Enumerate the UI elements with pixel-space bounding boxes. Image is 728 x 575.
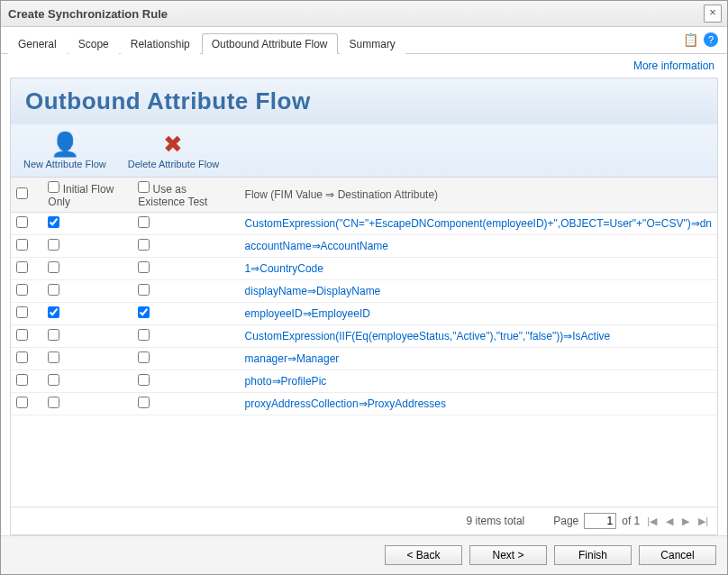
flow-expression-link[interactable]: CustomExpression("CN="+EscapeDNComponent… bbox=[240, 213, 717, 235]
row-select-checkbox[interactable] bbox=[16, 261, 28, 273]
existence-test-checkbox[interactable] bbox=[138, 329, 150, 341]
page-of-label: of 1 bbox=[622, 515, 640, 527]
tab-general[interactable]: General bbox=[8, 33, 67, 54]
table-row[interactable]: CustomExpression("CN="+EscapeDNComponent… bbox=[11, 213, 717, 235]
user-icon: 👤 bbox=[50, 132, 79, 157]
new-attribute-flow-label: New Attribute Flow bbox=[23, 159, 106, 169]
row-select-checkbox[interactable] bbox=[16, 329, 28, 341]
initial-flow-checkbox[interactable] bbox=[48, 216, 59, 228]
initial-flow-checkbox[interactable] bbox=[48, 261, 59, 273]
column-header-existence: Use as Existence Test bbox=[132, 178, 239, 213]
tab-scope[interactable]: Scope bbox=[68, 33, 119, 54]
initial-flow-checkbox[interactable] bbox=[48, 397, 59, 408]
back-button[interactable]: < Back bbox=[385, 545, 462, 565]
header-initial-checkbox[interactable] bbox=[48, 181, 59, 193]
dialog-title: Create Synchronization Rule bbox=[8, 7, 168, 21]
flow-expression-link[interactable]: accountName⇒AccountName bbox=[240, 235, 717, 258]
items-total: 9 items total bbox=[467, 515, 525, 527]
existence-test-checkbox[interactable] bbox=[138, 351, 150, 363]
titlebar: Create Synchronization Rule × bbox=[1, 1, 727, 27]
more-information-link[interactable]: More information bbox=[10, 58, 718, 78]
flow-expression-link[interactable]: proxyAddressCollection⇒ProxyAddresses bbox=[240, 393, 717, 415]
flow-expression-link[interactable]: displayName⇒DisplayName bbox=[240, 280, 717, 303]
initial-flow-checkbox[interactable] bbox=[48, 329, 59, 341]
row-select-checkbox[interactable] bbox=[16, 239, 28, 251]
close-button[interactable]: × bbox=[704, 5, 722, 23]
initial-flow-checkbox[interactable] bbox=[48, 351, 59, 363]
help-icon[interactable]: ? bbox=[704, 32, 718, 47]
row-select-checkbox[interactable] bbox=[16, 351, 28, 363]
row-select-checkbox[interactable] bbox=[16, 374, 28, 386]
row-select-checkbox[interactable] bbox=[16, 306, 28, 318]
pager-next-button[interactable]: ▶ bbox=[680, 516, 691, 527]
toolbar: 👤 New Attribute Flow ✖ Delete Attribute … bbox=[11, 124, 717, 178]
table-row[interactable]: displayName⇒DisplayName bbox=[11, 280, 717, 303]
column-header-flow: Flow (FIM Value ⇒ Destination Attribute) bbox=[240, 178, 717, 213]
delete-icon: ✖ bbox=[163, 132, 183, 157]
delete-attribute-flow-button[interactable]: ✖ Delete Attribute Flow bbox=[124, 130, 223, 171]
delete-attribute-flow-label: Delete Attribute Flow bbox=[128, 159, 220, 169]
existence-test-checkbox[interactable] bbox=[138, 306, 150, 318]
table-row[interactable]: proxyAddressCollection⇒ProxyAddresses bbox=[11, 393, 717, 415]
row-select-checkbox[interactable] bbox=[16, 284, 28, 296]
pager-prev-button[interactable]: ◀ bbox=[664, 516, 675, 527]
flow-expression-link[interactable]: employeeID⇒EmployeeID bbox=[240, 303, 717, 325]
finish-button[interactable]: Finish bbox=[554, 545, 632, 565]
flow-table: Initial Flow Only Use as Existence Test … bbox=[11, 178, 717, 415]
table-row[interactable]: accountName⇒AccountName bbox=[11, 235, 717, 258]
table-row[interactable]: manager⇒Manager bbox=[11, 348, 717, 370]
cancel-button[interactable]: Cancel bbox=[639, 545, 716, 565]
page-number-input[interactable] bbox=[584, 513, 616, 529]
table-row[interactable]: 1⇒CountryCode bbox=[11, 258, 717, 280]
new-attribute-flow-button[interactable]: 👤 New Attribute Flow bbox=[20, 130, 110, 171]
panel-header: Outbound Attribute Flow bbox=[11, 78, 717, 124]
row-select-checkbox[interactable] bbox=[16, 397, 28, 408]
tabstrip: GeneralScopeRelationshipOutbound Attribu… bbox=[1, 27, 727, 54]
pager-first-button[interactable]: |◀ bbox=[645, 516, 659, 527]
existence-test-checkbox[interactable] bbox=[138, 216, 150, 228]
row-select-checkbox[interactable] bbox=[16, 216, 28, 228]
table-row[interactable]: employeeID⇒EmployeeID bbox=[11, 303, 717, 325]
column-header-select[interactable] bbox=[11, 178, 42, 213]
page-label: Page bbox=[553, 515, 578, 527]
tab-relationship[interactable]: Relationship bbox=[121, 33, 200, 54]
select-all-checkbox[interactable] bbox=[16, 187, 28, 199]
flow-expression-link[interactable]: 1⇒CountryCode bbox=[240, 258, 717, 280]
tab-summary[interactable]: Summary bbox=[340, 33, 405, 54]
existence-test-checkbox[interactable] bbox=[138, 261, 150, 273]
initial-flow-checkbox[interactable] bbox=[48, 374, 59, 386]
header-existence-checkbox[interactable] bbox=[138, 181, 150, 193]
next-button[interactable]: Next > bbox=[469, 545, 547, 565]
pager-last-button[interactable]: ▶| bbox=[696, 516, 710, 527]
existence-test-checkbox[interactable] bbox=[138, 239, 150, 251]
existence-test-checkbox[interactable] bbox=[138, 397, 150, 408]
tab-outbound-attribute-flow[interactable]: Outbound Attribute Flow bbox=[202, 33, 338, 54]
existence-test-checkbox[interactable] bbox=[138, 374, 150, 386]
wizard-footer: < Back Next > Finish Cancel bbox=[1, 535, 727, 574]
pager: 9 items total Page of 1 |◀ ◀ ▶ ▶| bbox=[11, 507, 717, 534]
initial-flow-checkbox[interactable] bbox=[48, 284, 59, 296]
flow-expression-link[interactable]: CustomExpression(IIF(Eq(employeeStatus,"… bbox=[240, 325, 717, 348]
clipboard-icon[interactable]: 📋 bbox=[683, 32, 698, 47]
panel-title: Outbound Attribute Flow bbox=[25, 87, 703, 115]
initial-flow-checkbox[interactable] bbox=[48, 306, 59, 318]
flow-expression-link[interactable]: photo⇒ProfilePic bbox=[240, 370, 717, 393]
column-header-initial: Initial Flow Only bbox=[42, 178, 132, 213]
existence-test-checkbox[interactable] bbox=[138, 284, 150, 296]
table-row[interactable]: CustomExpression(IIF(Eq(employeeStatus,"… bbox=[11, 325, 717, 348]
table-row[interactable]: photo⇒ProfilePic bbox=[11, 370, 717, 393]
initial-flow-checkbox[interactable] bbox=[48, 239, 59, 251]
flow-expression-link[interactable]: manager⇒Manager bbox=[240, 348, 717, 370]
